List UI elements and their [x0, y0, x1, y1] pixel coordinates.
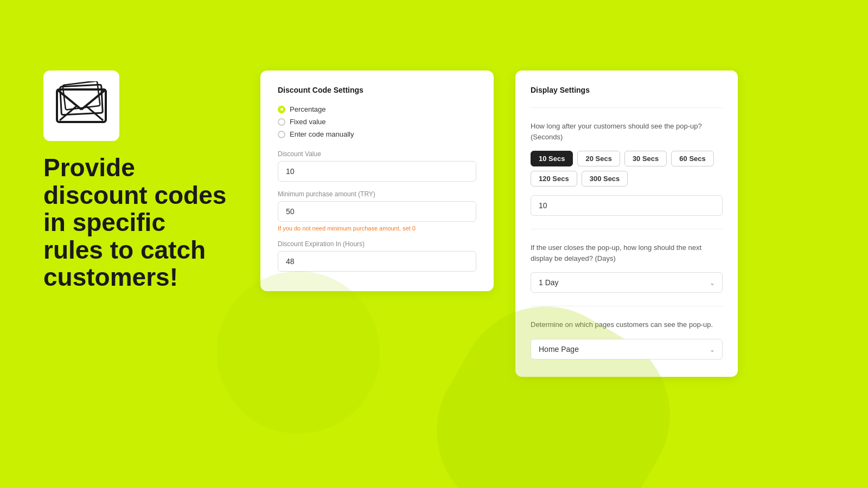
display-card-title: Display Settings — [531, 86, 723, 94]
divider-2 — [531, 229, 723, 229]
delay-select-wrapper: 1 Day 2 Days 3 Days 7 Days 14 Days 30 Da… — [531, 272, 723, 293]
radio-percentage-label: Percentage — [290, 105, 326, 113]
radio-circle-fixed — [278, 118, 285, 126]
expiration-input[interactable] — [278, 251, 476, 272]
radio-manual-label: Enter code manually — [290, 130, 354, 138]
secs-btn-300[interactable]: 300 Secs — [582, 171, 628, 187]
page-select[interactable]: Home Page Product Page Collection Page C… — [531, 339, 723, 359]
hero-text: Provide discount codes in specific rules… — [43, 154, 228, 291]
secs-btn-60[interactable]: 60 Secs — [671, 151, 713, 166]
discount-value-label: Discount Value — [278, 150, 476, 158]
radio-manual[interactable]: Enter code manually — [278, 130, 476, 138]
popup-delay-desc: How long after your customers should see… — [531, 121, 723, 142]
radio-circle-manual — [278, 131, 285, 138]
radio-fixed[interactable]: Fixed value — [278, 118, 476, 126]
radio-circle-percentage — [278, 106, 285, 113]
secs-buttons-group: 10 Secs 20 Secs 30 Secs 60 Secs 120 Secs… — [531, 151, 723, 187]
logo-icon — [54, 81, 108, 130]
radio-percentage[interactable]: Percentage — [278, 105, 476, 113]
secs-btn-10[interactable]: 10 Secs — [531, 151, 573, 166]
radio-group: Percentage Fixed value Enter code manual… — [278, 105, 476, 138]
radio-fixed-label: Fixed value — [290, 118, 326, 126]
close-delay-desc: If the user closes the pop-up, how long … — [531, 242, 723, 264]
logo-box — [43, 70, 119, 141]
min-purchase-hint: If you do not need minimum purchase amou… — [278, 225, 476, 232]
min-purchase-label: Minimum purchase amount (TRY) — [278, 190, 476, 198]
page-select-wrapper: Home Page Product Page Collection Page C… — [531, 339, 723, 359]
display-value-input[interactable] — [531, 195, 723, 216]
divider-3 — [531, 306, 723, 306]
secs-btn-120[interactable]: 120 Secs — [531, 171, 577, 187]
discount-code-card: Discount Code Settings Percentage Fixed … — [260, 70, 494, 291]
delay-select[interactable]: 1 Day 2 Days 3 Days 7 Days 14 Days 30 Da… — [531, 272, 723, 293]
secs-btn-20[interactable]: 20 Secs — [577, 151, 620, 166]
discount-value-input[interactable] — [278, 161, 476, 182]
secs-btn-30[interactable]: 30 Secs — [624, 151, 667, 166]
min-purchase-input[interactable] — [278, 201, 476, 222]
divider-1 — [531, 107, 723, 108]
expiration-label: Discount Expiration In (Hours) — [278, 240, 476, 248]
discount-card-title: Discount Code Settings — [278, 86, 476, 94]
left-panel: Provide discount codes in specific rules… — [43, 70, 239, 291]
